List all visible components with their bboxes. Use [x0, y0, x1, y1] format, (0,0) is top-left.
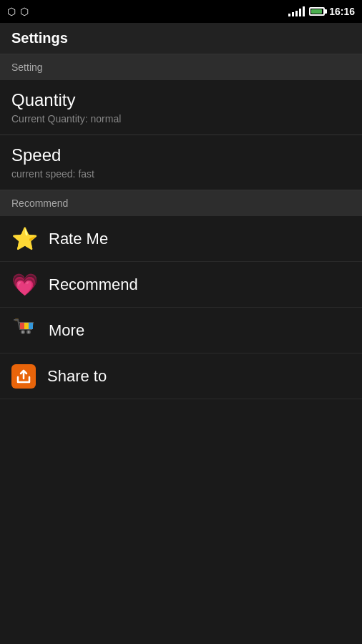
signal-bars: [288, 6, 305, 16]
page-title: Settings: [11, 30, 68, 47]
recommend-section-header: Recommend: [0, 190, 362, 216]
heart-icon: 💗: [11, 272, 37, 297]
speed-item[interactable]: Speed current speed: fast: [0, 135, 362, 190]
svg-rect-2: [20, 323, 24, 329]
quantity-subtitle: Current Quantity: normal: [11, 113, 351, 125]
share-icon: [11, 364, 36, 389]
cart-icon: [11, 316, 37, 344]
usb-icon: ⬡: [7, 6, 16, 17]
svg-rect-3: [24, 323, 29, 329]
svg-point-6: [22, 331, 24, 333]
rate-me-item[interactable]: ⭐ Rate Me: [0, 216, 362, 262]
status-bar-right: 16:16: [288, 6, 355, 17]
clock: 16:16: [329, 6, 355, 17]
more-label: More: [49, 321, 84, 340]
speed-title: Speed: [11, 145, 351, 165]
status-bar-left: ⬡ ⬡: [7, 6, 29, 17]
rate-me-label: Rate Me: [49, 230, 108, 248]
recommend-label: Recommend: [49, 275, 138, 294]
battery-fill: [311, 9, 321, 14]
status-bar: ⬡ ⬡ 16:16: [0, 0, 362, 23]
setting-section-label: Setting: [11, 62, 43, 73]
quantity-title: Quantity: [11, 90, 351, 110]
recommend-section-label: Recommend: [11, 197, 68, 209]
share-to-item[interactable]: Share to: [0, 353, 362, 399]
bottom-area: [0, 399, 362, 644]
speed-subtitle: current speed: fast: [11, 168, 351, 180]
more-item[interactable]: More: [0, 308, 362, 353]
star-icon: ⭐: [11, 226, 37, 251]
recommend-item[interactable]: 💗 Recommend: [0, 262, 362, 308]
svg-rect-4: [29, 323, 33, 329]
share-to-label: Share to: [47, 367, 107, 386]
battery-icon: [309, 7, 325, 16]
quantity-item[interactable]: Quantity Current Quantity: normal: [0, 80, 362, 135]
notification-icon: ⬡: [20, 6, 29, 17]
svg-point-8: [28, 331, 30, 333]
setting-section-header: Setting: [0, 54, 362, 80]
title-bar: Settings: [0, 23, 362, 54]
